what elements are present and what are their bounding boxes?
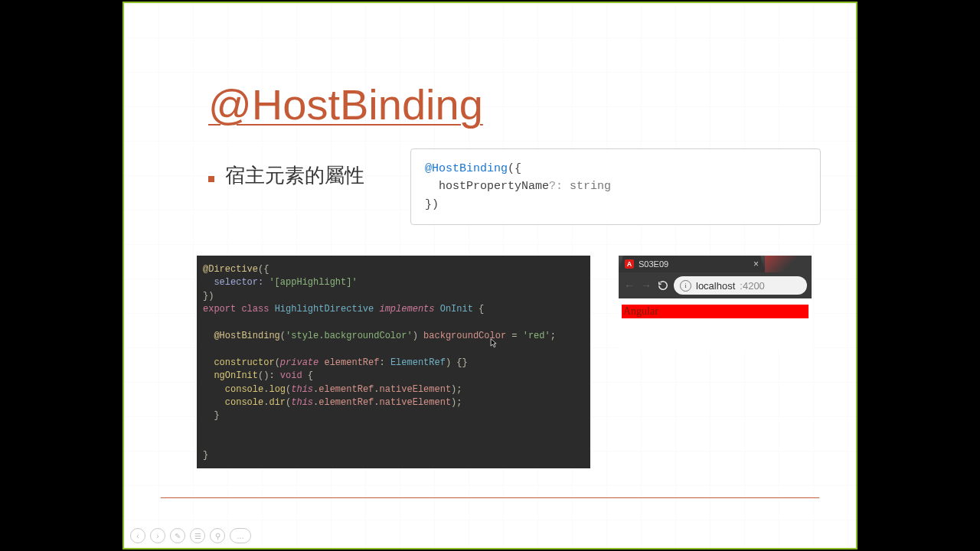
info-icon[interactable]: i <box>680 280 691 292</box>
sig-param-type: string <box>570 180 611 193</box>
forward-icon[interactable]: → <box>640 279 652 292</box>
zoom-button[interactable]: ⚲ <box>210 528 225 543</box>
tok: nativeElement <box>379 384 451 395</box>
next-slide-button[interactable]: › <box>150 528 165 543</box>
presenter-controls: ‹ › ✎ ☰ ⚲ … <box>130 528 251 543</box>
bullet-icon <box>208 176 214 182</box>
tok: }) <box>203 291 214 302</box>
footer-divider <box>161 497 819 498</box>
highlighted-element: Angular <box>622 305 808 318</box>
tok: ({ <box>258 264 269 275</box>
tok: console <box>225 384 263 395</box>
tok: nativeElement <box>379 397 451 408</box>
browser-tabbar: A S03E09 × <box>619 256 812 272</box>
slide-title-link[interactable]: @HostBinding <box>208 80 483 129</box>
tok: console <box>225 397 263 408</box>
tok: 'red' <box>523 331 550 341</box>
url-port: :4200 <box>740 280 765 292</box>
browser-mock: A S03E09 × ← → i localhost:4200 <box>619 256 812 350</box>
bullet-row: 宿主元素的屬性 <box>208 162 364 189</box>
caption-button[interactable]: ☰ <box>190 528 205 543</box>
sig-decorator: @HostBinding <box>425 162 508 175</box>
tok: this <box>291 397 313 408</box>
sig-open: ({ <box>508 162 521 175</box>
tok: implements <box>379 304 434 315</box>
prev-slide-button[interactable]: ‹ <box>130 528 145 543</box>
address-bar[interactable]: i localhost:4200 <box>674 276 807 295</box>
tabbar-gradient <box>765 256 812 272</box>
tok: 'style.backgroundColor' <box>286 331 413 341</box>
tok: this <box>291 384 313 395</box>
tok: { <box>308 370 313 381</box>
tok: elementRef <box>324 357 379 368</box>
tok: backgroundColor <box>423 331 506 341</box>
browser-viewport: Angular <box>619 298 812 350</box>
code-editor: @Directive({ selector: '[appHighlight]' … <box>197 256 590 468</box>
tok: private <box>280 357 318 368</box>
sig-opt-marker: ?: <box>549 180 563 193</box>
tok: {} <box>456 357 467 368</box>
signature-box: @HostBinding({ hostPropertyName?: string… <box>410 148 821 225</box>
stage: @HostBinding 宿主元素的屬性 @HostBinding({ host… <box>0 0 980 551</box>
tok: '[appHighlight]' <box>269 277 357 288</box>
browser-toolbar: ← → i localhost:4200 <box>619 272 812 298</box>
tab-close-icon[interactable]: × <box>753 259 759 269</box>
bullet-text: 宿主元素的屬性 <box>225 162 364 189</box>
slide: @HostBinding 宿主元素的屬性 @HostBinding({ host… <box>122 2 858 549</box>
tok: = <box>511 331 517 341</box>
reload-icon[interactable] <box>657 279 669 292</box>
pen-button[interactable]: ✎ <box>170 528 185 543</box>
tok: OnInit <box>440 304 473 315</box>
url-host: localhost <box>696 280 735 292</box>
tok: @HostBinding <box>214 331 279 341</box>
angular-favicon-icon: A <box>625 259 634 269</box>
tok: } <box>214 410 219 421</box>
sig-param-name: hostPropertyName <box>439 180 549 193</box>
tok: dir <box>269 397 286 408</box>
tok: } <box>203 450 208 461</box>
more-button[interactable]: … <box>230 528 251 543</box>
tok: class <box>241 304 269 315</box>
tok: log <box>269 384 286 395</box>
tok: export <box>203 304 236 315</box>
sig-close: }) <box>425 198 439 211</box>
back-icon[interactable]: ← <box>623 279 635 292</box>
tok: constructor <box>214 357 274 368</box>
tok: @Directive <box>203 264 258 275</box>
tok: HighlightDirective <box>275 304 374 315</box>
browser-tab[interactable]: A S03E09 × <box>619 256 765 272</box>
tok: ; <box>550 331 556 341</box>
tok: ElementRef <box>390 357 446 368</box>
tok: elementRef <box>318 384 374 395</box>
tok: ngOnInit <box>214 370 258 381</box>
tab-title: S03E09 <box>639 259 668 269</box>
tok: void <box>280 370 302 381</box>
tok: selector: <box>214 277 263 288</box>
tok: elementRef <box>318 397 374 408</box>
tok: { <box>479 304 484 315</box>
